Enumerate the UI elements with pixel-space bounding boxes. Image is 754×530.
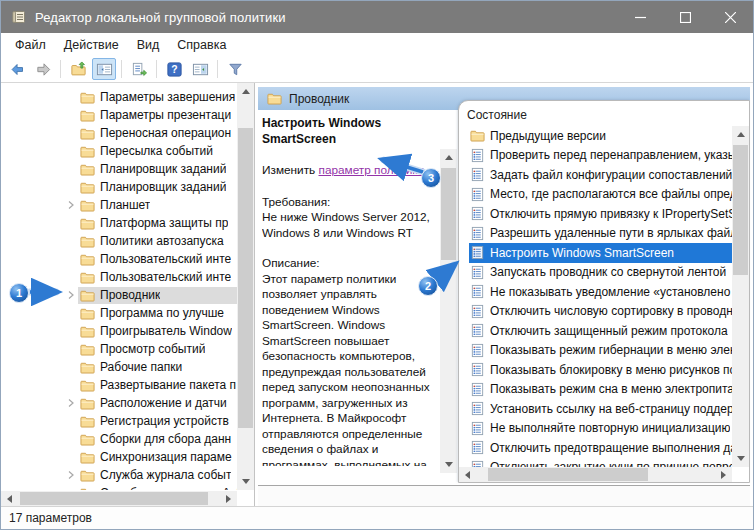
tree-horizontal-scrollbar[interactable]	[1, 491, 237, 506]
tree-item[interactable]: Планировщик заданий	[1, 160, 237, 178]
list-item[interactable]: Показывать режим сна в меню электропита	[469, 380, 732, 400]
tree-item[interactable]: Политики автозапуска	[1, 232, 237, 250]
policy-setting-link[interactable]: параметр политики	[319, 163, 425, 177]
tree-vertical-scrollbar[interactable]	[237, 83, 254, 490]
list-item[interactable]: Разрешить удаленные пути в ярлыках файло	[469, 224, 732, 244]
window-title: Редактор локальной групповой политики	[35, 10, 286, 25]
list-item[interactable]: Отключить защищенный режим протокола	[469, 321, 732, 341]
folder-icon	[80, 342, 95, 357]
toolbar-separator	[121, 60, 122, 78]
scroll-right-arrow[interactable]	[220, 491, 237, 506]
menu-item[interactable]: Вид	[128, 35, 169, 55]
chevron-right-icon[interactable]	[63, 396, 78, 410]
tree-item[interactable]: Параметры презентаци	[1, 106, 237, 124]
tree-item[interactable]: Проигрыватель Window	[1, 322, 237, 340]
tree-item[interactable]: Планшет	[1, 196, 237, 214]
status-text: 17 параметров	[9, 511, 92, 525]
scrollbar-thumb[interactable]	[441, 168, 456, 260]
chevron-right-icon[interactable]	[63, 288, 78, 302]
column-header-state[interactable]: Состояние	[459, 101, 749, 126]
tree-item[interactable]: Расположение и датчи	[1, 394, 237, 412]
status-bar: 17 параметров	[1, 506, 753, 529]
tree-item[interactable]: Пользовательский инте	[1, 250, 237, 268]
menu-item[interactable]: Действие	[55, 35, 128, 55]
tree-item[interactable]: Пользовательский инте	[1, 268, 237, 286]
setting-title: Настроить Windows SmartScreen	[262, 116, 438, 147]
back-icon	[10, 62, 25, 77]
scroll-up-arrow[interactable]	[237, 83, 254, 100]
scroll-right-arrow[interactable]	[715, 467, 732, 482]
tree-item[interactable]: Служба журнала событ	[1, 466, 237, 484]
list-vertical-scrollbar[interactable]	[732, 126, 749, 467]
list-item[interactable]: Показывать блокировку в меню рисунков по	[469, 360, 732, 380]
tree-item[interactable]: Служба установщика Acti	[1, 484, 237, 490]
back-button[interactable]	[5, 58, 29, 80]
close-button[interactable]	[708, 1, 753, 33]
list-item[interactable]: Место, где располагаются все файлы опред	[469, 185, 732, 205]
tree-item-label: Проигрыватель Window	[100, 324, 232, 338]
tree-item[interactable]: Развертывание пакета п	[1, 376, 237, 394]
list-item[interactable]: Отключить числовую сортировку в проводни	[469, 302, 732, 322]
chevron-right-icon[interactable]	[63, 468, 78, 482]
list-item[interactable]: Настроить Windows SmartScreen	[469, 243, 732, 263]
tree-item[interactable]: Пересылка событий	[1, 142, 237, 160]
tree-item[interactable]: Сборки для сбора данн	[1, 430, 237, 448]
list-item[interactable]: Установить ссылку на веб-страницу поддер…	[469, 399, 732, 419]
menu-item[interactable]: Файл	[6, 35, 55, 55]
list-item-label: Место, где располагаются все файлы опред	[490, 187, 732, 201]
list-item[interactable]: Проверить перед перенаправлением, указыв	[469, 146, 732, 166]
tree-item-label: Пользовательский инте	[100, 270, 231, 284]
list-item[interactable]: Показывать режим гибернации в меню элек	[469, 341, 732, 361]
view-tab-label: Расширенный	[261, 485, 297, 505]
scrollbar-thumb[interactable]	[733, 145, 748, 275]
show-console-tree-button[interactable]	[92, 58, 116, 80]
help-button[interactable]	[162, 58, 186, 80]
tree-item[interactable]: Синхронизация параме	[1, 448, 237, 466]
tree-item[interactable]: Планировщик заданий	[1, 178, 237, 196]
chevron-right-icon[interactable]	[63, 198, 78, 212]
list-item-label: Настроить Windows SmartScreen	[490, 246, 674, 260]
scroll-down-arrow[interactable]	[237, 473, 254, 490]
tree-item[interactable]: Программа по улучше	[1, 304, 237, 322]
tree-item[interactable]: Просмотр событий	[1, 340, 237, 358]
list-item[interactable]: Отключить предотвращение выполнения да	[469, 438, 732, 458]
list-item[interactable]: Отключить прямую привязку к IPropertySet…	[469, 204, 732, 224]
filter-button[interactable]	[223, 58, 247, 80]
tree-item[interactable]: Проводник	[1, 286, 237, 304]
show-action-pane-button[interactable]	[188, 58, 212, 80]
scroll-left-arrow[interactable]	[459, 467, 476, 482]
list-horizontal-scrollbar[interactable]	[459, 467, 732, 482]
scroll-up-arrow[interactable]	[440, 149, 457, 166]
list-item[interactable]: Не показывать уведомление «установлено н	[469, 282, 732, 302]
minimize-button[interactable]	[618, 1, 663, 33]
tree-item-label: Регистрация устройств	[100, 414, 229, 428]
scroll-down-arrow[interactable]	[440, 456, 457, 473]
tree-item[interactable]: Регистрация устройств	[1, 412, 237, 430]
maximize-button[interactable]	[663, 1, 708, 33]
menu-item[interactable]: Справка	[168, 35, 235, 55]
list-item[interactable]: Отключить закрытие кучи по причине повре	[469, 458, 732, 468]
list-item[interactable]: Задать файл конфигурации сопоставлений п	[469, 165, 732, 185]
folder-icon	[80, 180, 95, 195]
tree-item[interactable]: Платформа защиты пр	[1, 214, 237, 232]
description-scrollbar[interactable]	[440, 149, 457, 473]
forward-icon	[35, 61, 52, 78]
up-one-level-button[interactable]	[66, 58, 90, 80]
tree-item[interactable]: Переносная операцион	[1, 124, 237, 142]
tree-item[interactable]: Параметры завершения	[1, 88, 237, 106]
list-item[interactable]: Запускать проводник со свернутой лентой	[469, 263, 732, 283]
list-item[interactable]: Не выполняйте повторную инициализацию	[469, 419, 732, 439]
list-item[interactable]: Предыдущие версии	[469, 126, 732, 146]
tree-item[interactable]: Рабочие папки	[1, 358, 237, 376]
scrollbar-thumb[interactable]	[20, 492, 208, 505]
scroll-up-arrow[interactable]	[732, 126, 749, 143]
scroll-down-arrow[interactable]	[732, 450, 749, 467]
export-list-button[interactable]	[127, 58, 151, 80]
scroll-left-arrow[interactable]	[1, 491, 18, 506]
forward-button[interactable]	[31, 58, 55, 80]
up-one-level-folder-icon	[70, 61, 87, 78]
tree-item-label: Политики автозапуска	[100, 234, 224, 248]
scrollbar-thumb[interactable]	[238, 128, 253, 428]
scrollbar-thumb[interactable]	[488, 468, 648, 481]
folder-icon	[80, 234, 95, 249]
